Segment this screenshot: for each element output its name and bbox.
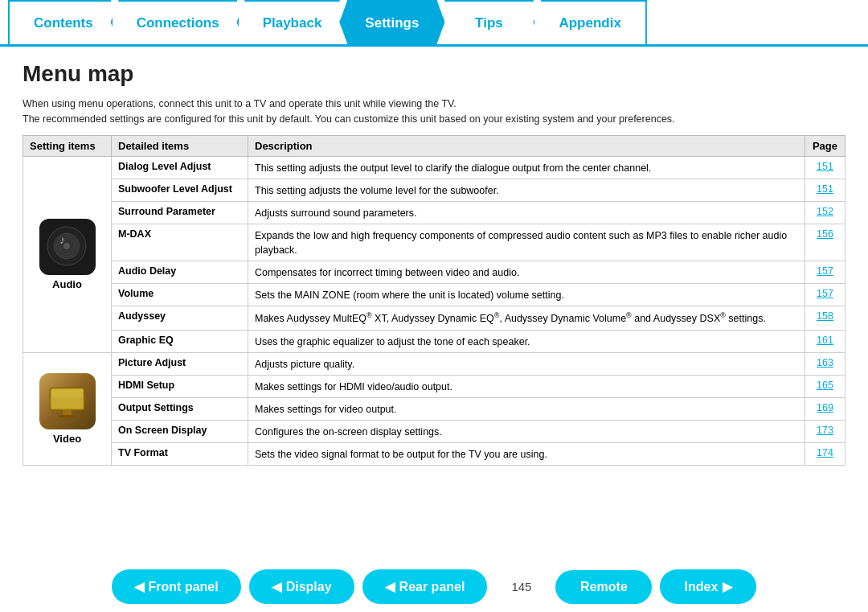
- desc-tv-format: Sets the video signal format to be outpu…: [248, 443, 805, 466]
- menu-table: Setting items Detailed items Description…: [23, 135, 845, 466]
- front-panel-label: Front panel: [149, 580, 219, 594]
- page-osd[interactable]: 173: [805, 421, 845, 443]
- desc-volume: Sets the MAIN ZONE (room where the unit …: [248, 284, 805, 306]
- detail-audio-delay: Audio Delay: [112, 261, 248, 284]
- audio-setting-cell: ♪ Audio: [23, 156, 112, 352]
- video-icon: [39, 373, 96, 429]
- audio-icon: ♪: [39, 219, 96, 275]
- svg-text:♪: ♪: [59, 233, 65, 246]
- svg-rect-9: [63, 410, 72, 415]
- page-picture-adjust[interactable]: 163: [805, 352, 845, 375]
- detail-mdax: M-DAX: [112, 224, 248, 261]
- video-svg: [45, 380, 89, 424]
- desc-surround: Adjusts surround sound parameters.: [248, 201, 805, 224]
- page-tv-format[interactable]: 174: [805, 443, 845, 466]
- page-volume[interactable]: 157: [805, 284, 845, 306]
- desc-dialog-level: This setting adjusts the output level to…: [248, 156, 805, 179]
- col-header-page: Page: [805, 135, 845, 156]
- table-row: Volume Sets the MAIN ZONE (room where th…: [23, 284, 845, 306]
- top-navigation: Contents Connections Playback Settings T…: [0, 0, 868, 47]
- index-label: Index: [685, 580, 719, 594]
- desc-hdmi-setup: Makes settings for HDMI video/audio outp…: [248, 375, 805, 397]
- page-title: Menu map: [23, 61, 845, 87]
- desc-audyssey: Makes Audyssey MultEQ® XT, Audyssey Dyna…: [248, 306, 805, 330]
- table-row: ♪ Audio Dialog Level Adjust This setting…: [23, 156, 845, 179]
- detail-surround: Surround Parameter: [112, 201, 248, 224]
- page-hdmi-setup[interactable]: 165: [805, 375, 845, 397]
- desc-subwoofer: This setting adjusts the volume level fo…: [248, 179, 805, 201]
- table-row: Subwoofer Level Adjust This setting adju…: [23, 179, 845, 201]
- detail-graphic-eq: Graphic EQ: [112, 330, 248, 352]
- page-audio-delay[interactable]: 157: [805, 261, 845, 284]
- detail-volume: Volume: [112, 284, 248, 306]
- page-number: 145: [495, 580, 547, 594]
- desc-mdax: Expands the low and high frequency compo…: [248, 224, 805, 261]
- desc-picture-adjust: Adjusts picture quality.: [248, 352, 805, 375]
- rear-panel-button[interactable]: ◀ Rear panel: [362, 569, 488, 604]
- col-header-detailed-items: Detailed items: [112, 135, 248, 156]
- desc-graphic-eq: Uses the graphic equalizer to adjust the…: [248, 330, 805, 352]
- table-row: Audyssey Makes Audyssey MultEQ® XT, Audy…: [23, 306, 845, 330]
- desc-osd: Configures the on-screen display setting…: [248, 421, 805, 443]
- table-row: Surround Parameter Adjusts surround soun…: [23, 201, 845, 224]
- page-dialog-level[interactable]: 151: [805, 156, 845, 179]
- desc-line1: When using menu operations, connect this…: [23, 97, 845, 112]
- audio-label: Audio: [27, 278, 108, 290]
- display-label: Display: [286, 580, 332, 594]
- tab-tips[interactable]: Tips: [436, 0, 541, 44]
- tab-appendix[interactable]: Appendix: [533, 0, 646, 44]
- detail-tv-format: TV Format: [112, 443, 248, 466]
- detail-hdmi-setup: HDMI Setup: [112, 375, 248, 397]
- front-panel-button[interactable]: ◀ Front panel: [112, 569, 241, 604]
- detail-subwoofer: Subwoofer Level Adjust: [112, 179, 248, 201]
- video-label: Video: [27, 433, 108, 445]
- desc-output-settings: Makes settings for video output.: [248, 398, 805, 421]
- audio-svg: ♪: [45, 224, 89, 269]
- rear-panel-arrow-left: ◀: [385, 579, 395, 594]
- index-arrow-right: ▶: [723, 579, 732, 594]
- page-mdax[interactable]: 156: [805, 224, 845, 261]
- detail-output-settings: Output Settings: [112, 398, 248, 421]
- table-row: Video Picture Adjust Adjusts picture qua…: [23, 352, 845, 375]
- tab-settings[interactable]: Settings: [339, 0, 444, 44]
- detail-audyssey: Audyssey: [112, 306, 248, 330]
- tab-playback[interactable]: Playback: [237, 0, 348, 44]
- bottom-nav-inner: ◀ Front panel ◀ Display ◀ Rear panel 145…: [112, 569, 757, 604]
- remote-label: Remote: [580, 580, 628, 594]
- table-row: TV Format Sets the video signal format t…: [23, 443, 845, 466]
- remote-button[interactable]: Remote: [555, 570, 652, 604]
- bottom-navigation: ◀ Front panel ◀ Display ◀ Rear panel 145…: [0, 569, 868, 604]
- page-subwoofer[interactable]: 151: [805, 179, 845, 201]
- detail-picture-adjust: Picture Adjust: [112, 352, 248, 375]
- video-setting-cell: Video: [23, 352, 112, 466]
- col-header-description: Description: [248, 135, 805, 156]
- table-row: Graphic EQ Uses the graphic equalizer to…: [23, 330, 845, 352]
- page-surround[interactable]: 152: [805, 201, 845, 224]
- index-button[interactable]: Index ▶: [660, 569, 756, 604]
- display-arrow-left: ◀: [272, 579, 281, 594]
- page-output-settings[interactable]: 169: [805, 398, 845, 421]
- description-block: When using menu operations, connect this…: [23, 97, 845, 127]
- page-graphic-eq[interactable]: 161: [805, 330, 845, 352]
- main-content: Menu map When using menu operations, con…: [0, 47, 868, 474]
- front-panel-arrow-left: ◀: [134, 579, 144, 594]
- col-header-setting-items: Setting items: [23, 135, 112, 156]
- desc-audio-delay: Compensates for incorrect timing between…: [248, 261, 805, 284]
- table-row: On Screen Display Configures the on-scre…: [23, 421, 845, 443]
- table-row: Audio Delay Compensates for incorrect ti…: [23, 261, 845, 284]
- rear-panel-label: Rear panel: [399, 580, 465, 594]
- desc-line2: The recommended settings are configured …: [23, 112, 845, 127]
- display-button[interactable]: ◀ Display: [249, 569, 354, 604]
- tab-contents[interactable]: Contents: [8, 0, 119, 44]
- table-row: Output Settings Makes settings for video…: [23, 398, 845, 421]
- svg-rect-10: [58, 415, 76, 417]
- tab-connections[interactable]: Connections: [111, 0, 245, 44]
- detail-osd: On Screen Display: [112, 421, 248, 443]
- page-audyssey[interactable]: 158: [805, 306, 845, 330]
- table-row: HDMI Setup Makes settings for HDMI video…: [23, 375, 845, 397]
- svg-rect-8: [51, 389, 83, 397]
- detail-dialog-level: Dialog Level Adjust: [112, 156, 248, 179]
- table-row: M-DAX Expands the low and high frequency…: [23, 224, 845, 261]
